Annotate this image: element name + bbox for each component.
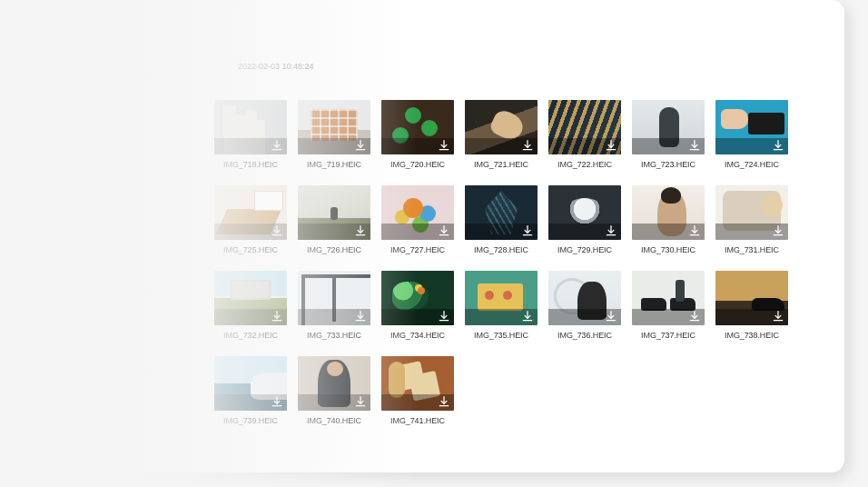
file-tile: IMG_740.HEIC — [298, 356, 370, 425]
file-thumbnail[interactable] — [715, 100, 788, 154]
download-icon[interactable] — [772, 310, 784, 323]
file-tile: IMG_730.HEIC — [632, 185, 705, 254]
file-caption: IMG_731.HEIC — [725, 245, 779, 254]
session-timestamp: 2022-02-03 10:48:24 — [238, 62, 314, 71]
download-icon[interactable] — [354, 139, 367, 152]
file-thumbnail[interactable] — [632, 185, 705, 240]
file-tile: IMG_738.HEIC — [715, 271, 788, 340]
file-thumbnail[interactable] — [214, 356, 287, 411]
file-caption: IMG_737.HEIC — [641, 331, 695, 340]
file-caption: IMG_725.HEIC — [223, 245, 278, 254]
file-tile: IMG_734.HEIC — [381, 271, 454, 340]
file-caption: IMG_732.HEIC — [223, 331, 278, 340]
download-icon[interactable] — [354, 395, 367, 408]
file-thumbnail[interactable] — [298, 100, 370, 154]
file-caption: IMG_720.HEIC — [390, 160, 445, 169]
file-tile: IMG_728.HEIC — [465, 185, 538, 254]
file-tile: IMG_720.HEIC — [381, 100, 454, 169]
file-thumbnail[interactable] — [548, 185, 621, 240]
download-icon[interactable] — [354, 224, 367, 237]
file-tile: IMG_725.HEIC — [214, 185, 287, 254]
download-icon[interactable] — [772, 224, 784, 237]
file-thumbnail[interactable] — [465, 271, 538, 325]
file-thumbnail[interactable] — [715, 185, 788, 240]
file-tile: IMG_724.HEIC — [715, 100, 788, 169]
file-tile: IMG_731.HEIC — [715, 185, 788, 254]
download-icon[interactable] — [521, 139, 534, 152]
download-icon[interactable] — [271, 139, 283, 152]
file-caption: IMG_721.HEIC — [474, 160, 528, 169]
file-caption: IMG_726.HEIC — [307, 245, 361, 254]
file-thumbnail[interactable] — [298, 356, 370, 411]
download-icon[interactable] — [438, 310, 450, 323]
file-caption: IMG_733.HEIC — [307, 331, 361, 340]
download-icon[interactable] — [688, 224, 701, 237]
file-thumbnail[interactable] — [715, 271, 788, 325]
file-caption: IMG_730.HEIC — [641, 245, 695, 254]
download-icon[interactable] — [688, 139, 701, 152]
file-tile: IMG_736.HEIC — [548, 271, 621, 340]
file-caption: IMG_741.HEIC — [390, 416, 445, 425]
download-icon[interactable] — [772, 139, 784, 152]
download-icon[interactable] — [521, 310, 534, 323]
download-icon[interactable] — [605, 310, 617, 323]
file-tile: IMG_719.HEIC — [298, 100, 370, 169]
file-thumbnail[interactable] — [548, 271, 621, 325]
file-thumbnail[interactable] — [381, 185, 454, 240]
file-caption: IMG_739.HEIC — [223, 416, 278, 425]
file-thumbnail[interactable] — [381, 271, 454, 325]
file-caption: IMG_718.HEIC — [223, 160, 278, 169]
file-thumbnail[interactable] — [381, 100, 454, 154]
file-thumbnail[interactable] — [632, 100, 705, 154]
file-caption: IMG_729.HEIC — [557, 245, 612, 254]
download-icon[interactable] — [271, 224, 283, 237]
file-caption: IMG_722.HEIC — [557, 160, 612, 169]
file-caption: IMG_736.HEIC — [557, 331, 612, 340]
file-thumbnail[interactable] — [298, 271, 370, 325]
file-thumbnail[interactable] — [214, 271, 287, 325]
file-caption: IMG_734.HEIC — [390, 331, 445, 340]
file-thumbnail[interactable] — [214, 185, 287, 240]
download-icon[interactable] — [605, 139, 617, 152]
download-icon[interactable] — [354, 310, 367, 323]
file-tile: IMG_733.HEIC — [298, 271, 370, 340]
file-caption: IMG_735.HEIC — [474, 331, 528, 340]
file-grid: IMG_718.HEICIMG_719.HEICIMG_720.HEICIMG_… — [214, 100, 832, 425]
file-thumbnail[interactable] — [214, 100, 287, 154]
download-icon[interactable] — [688, 310, 701, 323]
file-tile: IMG_718.HEIC — [214, 100, 287, 169]
file-caption: IMG_723.HEIC — [641, 160, 695, 169]
file-thumbnail[interactable] — [632, 271, 705, 325]
file-thumbnail[interactable] — [465, 100, 538, 154]
file-caption: IMG_738.HEIC — [725, 331, 779, 340]
download-icon[interactable] — [271, 310, 283, 323]
download-icon[interactable] — [438, 224, 450, 237]
download-icon[interactable] — [438, 395, 450, 408]
file-tile: IMG_721.HEIC — [465, 100, 538, 169]
file-thumbnail[interactable] — [381, 356, 454, 411]
file-tile: IMG_741.HEIC — [381, 356, 454, 425]
file-caption: IMG_740.HEIC — [307, 416, 361, 425]
file-caption: IMG_724.HEIC — [725, 160, 779, 169]
download-icon[interactable] — [605, 224, 617, 237]
download-icon[interactable] — [521, 224, 534, 237]
recovery-panel: 2022-02-03 10:48:24 IMG_718.HEICIMG_719.… — [0, 0, 844, 472]
file-tile: IMG_723.HEIC — [632, 100, 705, 169]
file-tile: IMG_722.HEIC — [548, 100, 621, 169]
file-tile: IMG_727.HEIC — [381, 185, 454, 254]
file-tile: IMG_726.HEIC — [298, 185, 370, 254]
file-caption: IMG_728.HEIC — [474, 245, 528, 254]
file-thumbnail[interactable] — [298, 185, 370, 240]
file-tile: IMG_732.HEIC — [214, 271, 287, 340]
file-caption: IMG_719.HEIC — [307, 160, 361, 169]
file-caption: IMG_727.HEIC — [390, 245, 445, 254]
file-thumbnail[interactable] — [465, 185, 538, 240]
file-tile: IMG_729.HEIC — [548, 185, 621, 254]
file-tile: IMG_737.HEIC — [632, 271, 705, 340]
file-tile: IMG_739.HEIC — [214, 356, 287, 425]
download-icon[interactable] — [271, 395, 283, 408]
download-icon[interactable] — [438, 139, 450, 152]
file-tile: IMG_735.HEIC — [465, 271, 538, 340]
file-thumbnail[interactable] — [548, 100, 621, 154]
